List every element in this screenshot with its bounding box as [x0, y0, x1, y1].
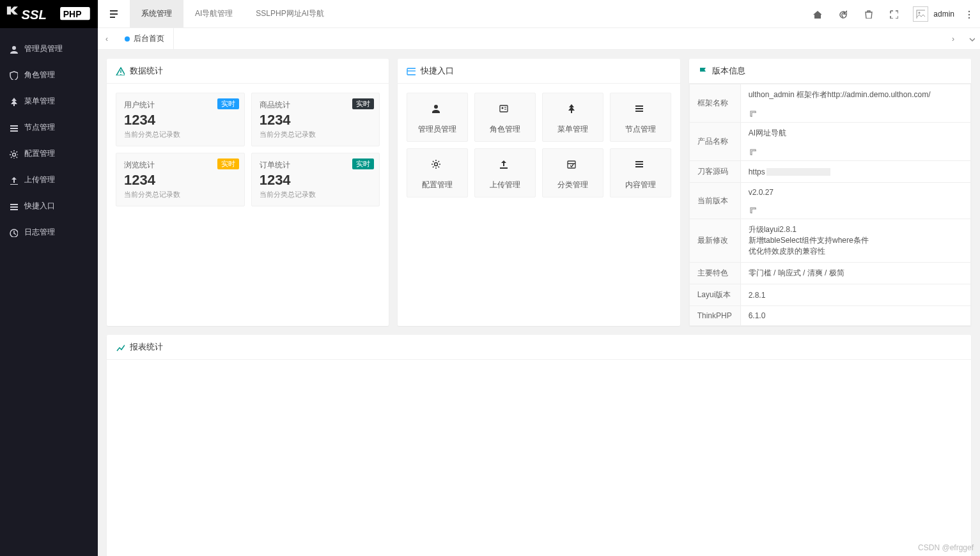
list-icon [9, 202, 18, 211]
copy-icon[interactable] [749, 109, 963, 117]
sidebar-item-label: 管理员管理 [24, 43, 63, 54]
clear-icon[interactable] [855, 0, 881, 27]
quick-item-1[interactable]: 角色管理 [474, 93, 536, 142]
tab-menu-icon[interactable] [962, 35, 980, 42]
svg-text:PHP: PHP [63, 9, 81, 19]
quick-item-label: 节点管理 [625, 124, 656, 135]
user-name: admin [933, 10, 954, 19]
card-icon [407, 66, 416, 75]
tab-prev-icon[interactable]: ‹ [98, 28, 116, 49]
stat-value: 1234 [260, 172, 372, 189]
sidebar-item-label: 配置管理 [24, 148, 55, 159]
brand-logo[interactable]: SSL PHP [0, 0, 98, 28]
stat-value: 1234 [124, 172, 237, 189]
version-key: 框架名称 [689, 84, 740, 123]
reports-card: 报表统计 [107, 335, 971, 556]
version-row-4: 最新修改升级layui2.8.1新增tableSelect组件支持where条件… [689, 219, 970, 263]
version-key: 当前版本 [689, 183, 740, 219]
top-tab-2[interactable]: SSLPHP网址AI导航 [244, 0, 336, 27]
version-value: 新增tableSelect组件支持where条件 [749, 235, 963, 246]
quick-item-2[interactable]: 菜单管理 [542, 93, 603, 142]
list-icon [9, 123, 18, 132]
tree-icon [9, 97, 18, 106]
more-icon[interactable] [961, 10, 976, 19]
version-key: Layui版本 [689, 284, 740, 306]
sidebar-item-6[interactable]: 快捷入口 [0, 193, 98, 219]
menu-toggle-icon[interactable] [98, 0, 130, 27]
list-icon [633, 158, 648, 173]
gear-icon [430, 158, 445, 173]
tab-next-icon[interactable]: › [944, 35, 962, 43]
version-key: ThinkPHP [689, 306, 740, 326]
redacted-content [766, 168, 830, 176]
stat-badge: 实时 [352, 158, 374, 169]
page-tab-home[interactable]: 后台首页 [116, 28, 174, 49]
sidebar-item-4[interactable]: 配置管理 [0, 141, 98, 167]
fullscreen-icon[interactable] [881, 0, 906, 27]
version-value: 2.8.1 [749, 291, 963, 300]
sidebar-item-5[interactable]: 上传管理 [0, 167, 98, 193]
stat-badge: 实时 [352, 98, 374, 109]
version-value: v2.0.27 [749, 188, 963, 197]
version-value: 零门槛 / 响应式 / 清爽 / 极简 [749, 268, 963, 279]
sidebar-item-7[interactable]: 日志管理 [0, 219, 98, 245]
copy-icon[interactable] [749, 148, 963, 155]
version-value: ulthon_admin 框架作者http://admin.demo.ultho… [749, 89, 963, 100]
tab-active-dot-icon [125, 36, 130, 42]
sidebar-item-label: 快捷入口 [24, 201, 55, 212]
stat-sub: 当前分类总记录数 [260, 190, 372, 199]
version-key: 主要特色 [689, 263, 740, 284]
reports-title: 报表统计 [130, 341, 163, 353]
quick-item-label: 配置管理 [422, 180, 453, 190]
sidebar-item-label: 角色管理 [24, 70, 55, 81]
version-row-7: ThinkPHP6.1.0 [689, 306, 970, 326]
quick-item-label: 菜单管理 [557, 124, 588, 135]
stats-title: 数据统计 [130, 65, 163, 77]
sidebar-item-3[interactable]: 节点管理 [0, 114, 98, 141]
version-row-0: 框架名称ulthon_admin 框架作者http://admin.demo.u… [689, 84, 970, 123]
page-tab-label: 后台首页 [134, 33, 164, 44]
version-value: 优化特效皮肤的兼容性 [749, 246, 963, 257]
version-value: AI网址导航 [749, 128, 963, 139]
stat-sub: 当前分类总记录数 [124, 190, 237, 199]
upload-icon [9, 176, 18, 185]
refresh-icon[interactable] [830, 0, 855, 27]
stat-badge: 实时 [217, 158, 239, 169]
stat-card-2: 浏览统计1234当前分类总记录数实时 [116, 153, 245, 206]
version-key: 最新修改 [689, 219, 740, 263]
version-row-2: 刀客源码https [689, 161, 970, 183]
version-row-3: 当前版本v2.0.27 [689, 183, 970, 219]
quick-item-label: 角色管理 [490, 124, 520, 135]
top-tab-1[interactable]: AI导航管理 [183, 0, 244, 27]
quick-item-6[interactable]: 分类管理 [542, 148, 603, 197]
stat-card-3: 订单统计1234当前分类总记录数实时 [251, 153, 380, 206]
quick-item-3[interactable]: 节点管理 [610, 93, 671, 142]
user-menu[interactable]: admin [906, 6, 961, 22]
watermark: CSDN @efrggef [918, 543, 974, 552]
user-icon [9, 45, 18, 54]
quick-item-5[interactable]: 上传管理 [474, 148, 536, 197]
stat-badge: 实时 [217, 98, 239, 109]
id-icon [497, 102, 513, 118]
version-value: 升级layui2.8.1 [749, 224, 963, 235]
sidebar-item-2[interactable]: 菜单管理 [0, 88, 98, 114]
quick-item-4[interactable]: 配置管理 [407, 148, 468, 197]
quick-item-7[interactable]: 内容管理 [610, 148, 671, 197]
sidebar-item-0[interactable]: 管理员管理 [0, 36, 98, 62]
quick-item-label: 上传管理 [490, 180, 520, 190]
stats-card: 数据统计 用户统计1234当前分类总记录数实时商品统计1234当前分类总记录数实… [107, 59, 389, 326]
tree-icon [565, 102, 580, 118]
quick-item-0[interactable]: 管理员管理 [407, 93, 468, 142]
quick-item-label: 管理员管理 [418, 124, 456, 135]
top-tab-0[interactable]: 系统管理 [130, 0, 183, 27]
version-value: 6.1.0 [749, 311, 963, 320]
warning-icon [116, 66, 125, 75]
flag-icon [698, 66, 707, 75]
stat-card-0: 用户统计1234当前分类总记录数实时 [116, 93, 245, 146]
home-icon[interactable] [804, 0, 830, 27]
version-row-5: 主要特色零门槛 / 响应式 / 清爽 / 极简 [689, 263, 970, 284]
sidebar-item-1[interactable]: 角色管理 [0, 62, 98, 88]
shield-icon [9, 71, 18, 80]
copy-icon[interactable] [749, 206, 963, 213]
gear-icon [9, 150, 18, 158]
